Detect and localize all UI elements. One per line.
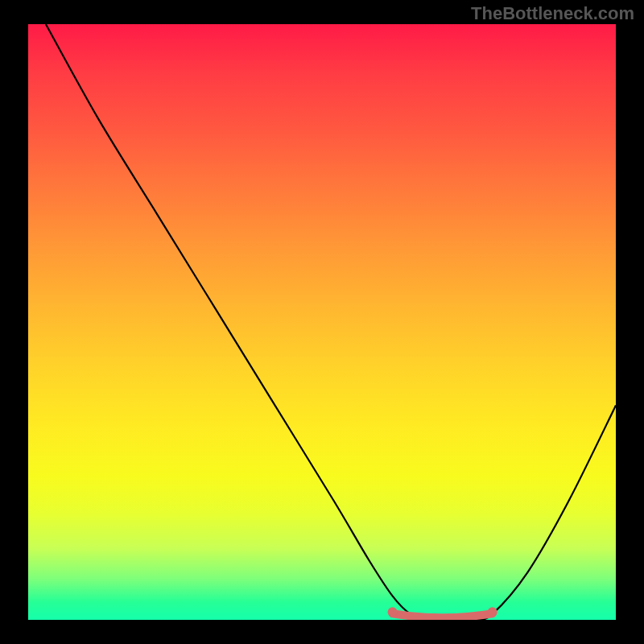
chart-container: TheBottleneck.com <box>0 0 644 644</box>
flat-segment-dot-left <box>388 607 398 617</box>
curve-svg <box>28 24 616 620</box>
bottleneck-curve-line <box>46 24 616 620</box>
attribution-text: TheBottleneck.com <box>471 3 634 24</box>
plot-area <box>28 24 616 620</box>
flat-segment-dot-right <box>488 607 497 617</box>
flat-segment-highlight <box>393 613 493 617</box>
